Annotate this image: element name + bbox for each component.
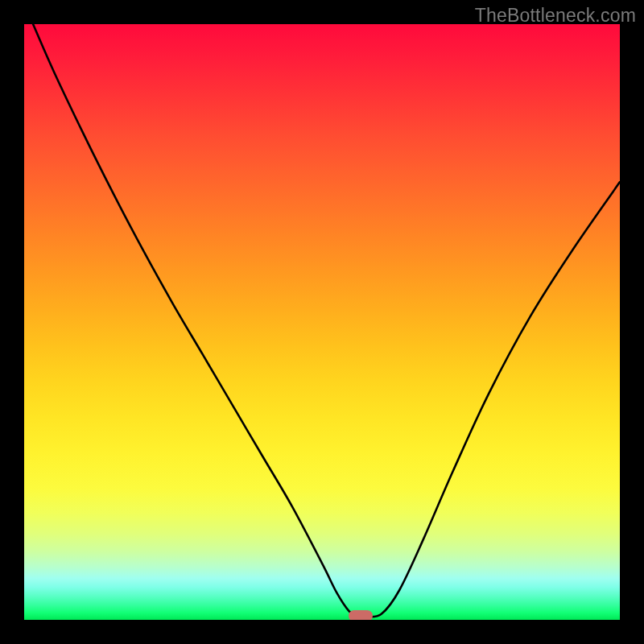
watermark-text: TheBottleneck.com	[475, 5, 636, 27]
chart-frame: TheBottleneck.com	[0, 0, 644, 644]
plot-area	[24, 24, 620, 620]
min-marker-icon	[349, 610, 373, 620]
bottleneck-curve	[24, 24, 620, 620]
